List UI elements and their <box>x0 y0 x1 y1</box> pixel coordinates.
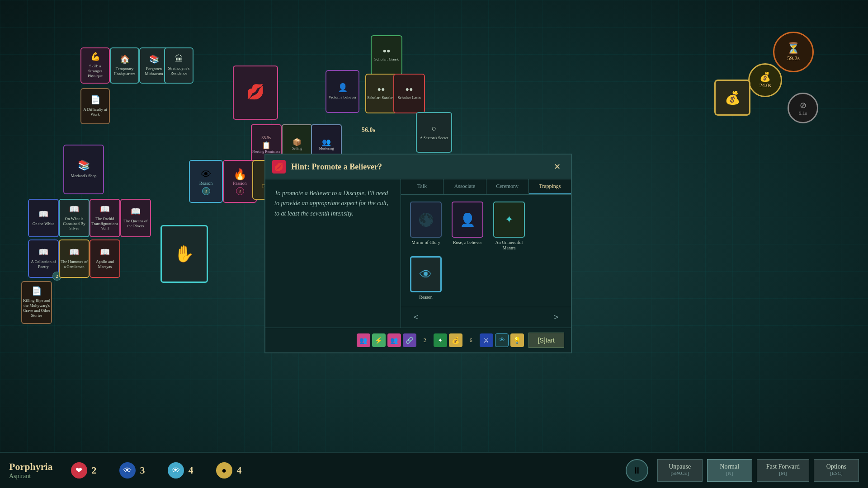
passion-value: 3 <box>140 465 145 476</box>
card-queens-rivers[interactable]: 📖 The Queens of the Rivers <box>120 199 151 237</box>
stat-health: ❤ 2 <box>71 462 97 479</box>
start-button[interactable]: [S]tart <box>528 333 564 348</box>
reason-icon: 👁 <box>168 462 184 479</box>
stat-reason: 👁 4 <box>168 462 193 479</box>
hint-next-button[interactable]: > <box>550 311 562 324</box>
timer-medium-2: ⊘ 9.1s <box>788 93 818 123</box>
hint-card-rose[interactable]: 👤 Rose, a believer <box>449 202 486 251</box>
card-scholar-greek[interactable]: ●● Scholar: Greek <box>371 35 402 75</box>
pause-icon-button[interactable]: ⏸ <box>626 459 648 482</box>
hint-icon-count: 2 <box>418 333 432 347</box>
timer-medium-2-value: 9.1s <box>799 110 807 116</box>
fast-forward-button[interactable]: Fast Forward [M] <box>757 459 809 482</box>
card-sexton[interactable]: ○ A Sexton's Secret <box>416 112 452 153</box>
timer-medium-1: 💰 24.0s <box>748 63 782 97</box>
card-apollo[interactable]: 📖 Apollo and Marsyas <box>90 239 120 278</box>
timer-large-icon: ⏳ <box>787 42 800 55</box>
hint-cards-area: 🌑 Mirror of Glory 👤 Rose, a believer <box>401 195 571 307</box>
player-name: Porphyria <box>9 461 53 473</box>
card-scholar-sanskrit[interactable]: ●● Scholar: Sanskrit <box>365 74 397 113</box>
hint-dialog: 💋 Hint: Promote a Believer? ✕ To promote… <box>264 154 572 353</box>
card-collection-poetry[interactable]: 📖 A Collection of Poetry 2 <box>28 239 59 278</box>
hint-icons-row: 👥 ⚡ 👥 🔗 2 ✦ 💰 6 ⚔ 👁 💡 <box>357 333 524 347</box>
hint-icon-0[interactable]: 👥 <box>357 333 370 347</box>
hint-body: To promote a Believer to a Disciple, I'l… <box>265 179 571 328</box>
passion-icon: 👁 <box>119 462 136 479</box>
card-temp-hq[interactable]: 🏠 Temporary Headquarters <box>110 47 139 84</box>
options-button[interactable]: Options [ESC] <box>814 459 859 482</box>
hint-icon-2[interactable]: 👥 <box>387 333 401 347</box>
hint-close-button[interactable]: ✕ <box>550 160 564 174</box>
card-contained-silver[interactable]: 📖 On What is Contained By Silver <box>59 199 90 237</box>
bottom-buttons: ⏸ Unpause [SPACE] Normal [N] Fast Forwar… <box>626 459 859 482</box>
hint-card-mirror[interactable]: 🌑 Mirror of Glory <box>408 202 444 251</box>
hint-card-mirror-name: Mirror of Glory <box>411 240 440 245</box>
funds-value: 4 <box>237 465 242 476</box>
card-poetry-wrapper: 📖 A Collection of Poetry 2 <box>28 239 59 278</box>
hint-bottom: 👥 ⚡ 👥 🔗 2 ✦ 💰 6 ⚔ 👁 💡 [S]tart <box>265 328 571 352</box>
hint-card-mantra-name: An Unmerciful Mantra <box>491 240 527 251</box>
hint-description: To promote a Believer to a Disciple, I'l… <box>265 179 401 328</box>
hint-header: 💋 Hint: Promote a Believer? ✕ <box>265 155 571 179</box>
card-humours[interactable]: 📖 The Humours of a Gentleman <box>59 239 90 278</box>
card-residence[interactable]: 🏛 Strathcoyne's Residence <box>164 47 193 84</box>
hint-title: Hint: Promote a Believer? <box>291 162 545 172</box>
verb-circle-gold[interactable]: 💰 <box>714 80 750 116</box>
hint-icon-8[interactable]: 💡 <box>510 333 524 347</box>
hint-tab-ceremony[interactable]: Ceremony <box>486 179 529 194</box>
hint-icon-4[interactable]: ✦ <box>434 333 447 347</box>
card-difficulty[interactable]: 📄 A Difficulty at Work <box>80 88 110 124</box>
stat-funds: ● 4 <box>216 462 242 479</box>
funds-icon: ● <box>216 462 232 479</box>
hint-card-reason[interactable]: 👁 Reason <box>408 256 444 300</box>
hint-icon-6[interactable]: ⚔ <box>480 333 493 347</box>
hint-prev-button[interactable]: < <box>410 311 422 324</box>
card-victor[interactable]: 👤 Victor, a believer <box>326 70 359 113</box>
hint-icon-3[interactable]: 🔗 <box>403 333 416 347</box>
hint-icon-5[interactable]: 💰 <box>449 333 462 347</box>
hint-tabs-area: Talk Associate Ceremony Trappings 🌑 Mirr… <box>401 179 571 328</box>
card-speak[interactable]: 💋 <box>233 66 278 120</box>
reason-value: 4 <box>189 465 193 476</box>
health-icon: ❤ <box>71 462 87 479</box>
card-on-white[interactable]: 📖 On the White <box>28 199 59 237</box>
card-skill[interactable]: 💪 Skill: a Stronger Physique <box>80 47 110 84</box>
game-board: ⏳ 59.2s 💰 24.0s ⊘ 9.1s 56.0s 💪 Skill: a … <box>0 0 868 488</box>
hint-icon-count2: 6 <box>464 333 478 347</box>
hint-card-mantra[interactable]: ✦ An Unmerciful Mantra <box>491 202 527 251</box>
hint-tab-trappings[interactable]: Trappings <box>529 179 571 194</box>
card-hand-glory[interactable]: ✋ <box>160 225 208 283</box>
unpause-button[interactable]: Unpause [SPACE] <box>657 459 703 482</box>
health-value: 2 <box>92 465 97 476</box>
stat-passion: 👁 3 <box>119 462 145 479</box>
card-killing-ripe[interactable]: 📄 Killing Ripe and the Moltywarg's Grave… <box>21 281 52 324</box>
timer-large-value: 59.2s <box>787 55 800 62</box>
timer-medium-1-value: 24.0s <box>760 82 771 89</box>
hint-navigation: < > <box>401 307 571 328</box>
hint-icon-7[interactable]: 👁 <box>495 333 509 347</box>
hint-title-icon: 💋 <box>272 160 286 174</box>
hint-tab-associate[interactable]: Associate <box>443 179 486 194</box>
card-scholar-latin[interactable]: ●● Scholar: Latin <box>393 74 425 113</box>
hint-icon-1[interactable]: ⚡ <box>372 333 386 347</box>
timer-center: 56.0s <box>362 127 375 134</box>
hint-card-rose-name: Rose, a believer <box>453 240 482 245</box>
bottom-bar: Porphyria Aspirant ❤ 2 👁 3 👁 4 ● 4 ⏸ Unp… <box>0 452 868 488</box>
hint-card-reason-name: Reason <box>419 295 432 300</box>
action-passion[interactable]: 🔥 Passion 3 <box>223 160 257 203</box>
card-orchid[interactable]: 📖 The Orchid Transfigurations Vol I <box>90 199 120 237</box>
hint-tab-talk[interactable]: Talk <box>401 179 443 194</box>
card-morlands[interactable]: 📚 Morland's Shop <box>63 145 104 194</box>
hint-tabs: Talk Associate Ceremony Trappings <box>401 179 571 195</box>
normal-button[interactable]: Normal [N] <box>707 459 752 482</box>
action-reason[interactable]: 👁 Reason 3 <box>189 160 223 203</box>
timer-large: ⏳ 59.2s <box>773 32 814 72</box>
player-title: Aspirant <box>9 473 53 480</box>
player-info: Porphyria Aspirant <box>9 461 53 480</box>
